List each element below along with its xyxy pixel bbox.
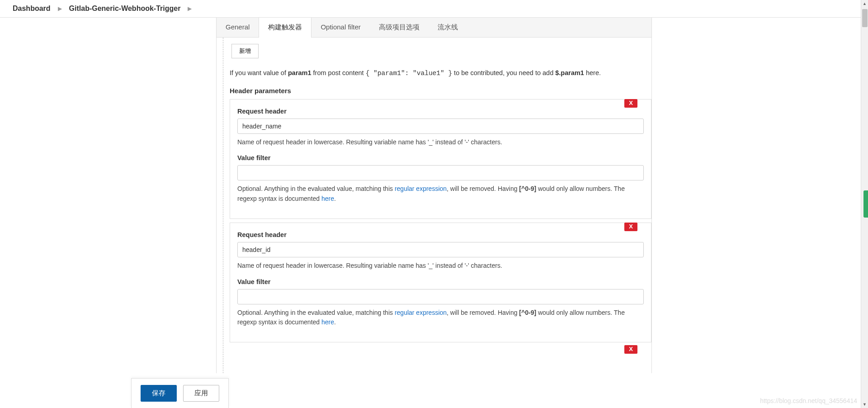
regex-link[interactable]: regular expression <box>395 185 447 192</box>
request-header-input[interactable] <box>237 119 644 134</box>
header-param-block: X Request header Name of request header … <box>230 99 651 219</box>
regex-link[interactable]: regular expression <box>395 309 447 316</box>
tab-bar: General 构建触发器 Optional filter 高级项目选项 流水线 <box>216 18 652 38</box>
side-handle-icon[interactable] <box>863 190 868 218</box>
delete-button[interactable]: X <box>624 223 637 231</box>
request-header-label: Request header <box>237 231 644 238</box>
delete-button[interactable]: X <box>624 345 637 354</box>
delete-button[interactable]: X <box>624 99 637 108</box>
value-filter-input[interactable] <box>237 165 644 180</box>
value-filter-desc: Optional. Anything in the evaluated valu… <box>237 184 644 204</box>
tab-general[interactable]: General <box>217 18 259 37</box>
chevron-right-icon: ▶ <box>188 5 192 12</box>
value-filter-label: Value filter <box>237 154 644 161</box>
param-hint: If you want value of param1 from post co… <box>230 68 651 79</box>
request-header-desc: Name of request header in lowercase. Res… <box>237 261 644 271</box>
add-button[interactable]: 新增 <box>231 44 259 58</box>
request-header-desc: Name of request header in lowercase. Res… <box>237 138 644 147</box>
header-param-block: X Request header Name of request header … <box>230 223 651 342</box>
request-header-input[interactable] <box>237 242 644 257</box>
tab-advanced[interactable]: 高级项目选项 <box>370 18 429 37</box>
scroll-up-icon[interactable]: ▲ <box>861 0 868 7</box>
breadcrumb-dashboard[interactable]: Dashboard <box>13 5 51 13</box>
tab-build-triggers[interactable]: 构建触发器 <box>259 18 311 38</box>
breadcrumb-job[interactable]: Gitlab-Generic-Webhook-Trigger <box>69 5 181 13</box>
scrollbar-thumb[interactable] <box>862 9 868 27</box>
header-parameters-title: Header parameters <box>230 87 651 95</box>
regex-doc-link[interactable]: here <box>321 318 334 326</box>
tab-pipeline[interactable]: 流水线 <box>429 18 467 37</box>
regex-doc-link[interactable]: here <box>321 195 334 202</box>
request-header-label: Request header <box>237 108 644 115</box>
vertical-scrollbar[interactable]: ▲ ▼ <box>861 0 868 373</box>
value-filter-input[interactable] <box>237 289 644 304</box>
value-filter-desc: Optional. Anything in the evaluated valu… <box>237 308 644 327</box>
breadcrumb: Dashboard ▶ Gitlab-Generic-Webhook-Trigg… <box>0 0 868 18</box>
chevron-right-icon: ▶ <box>58 5 62 12</box>
value-filter-label: Value filter <box>237 278 644 285</box>
tab-optional-filter[interactable]: Optional filter <box>311 18 369 37</box>
config-form: General 构建触发器 Optional filter 高级项目选项 流水线… <box>216 18 652 373</box>
